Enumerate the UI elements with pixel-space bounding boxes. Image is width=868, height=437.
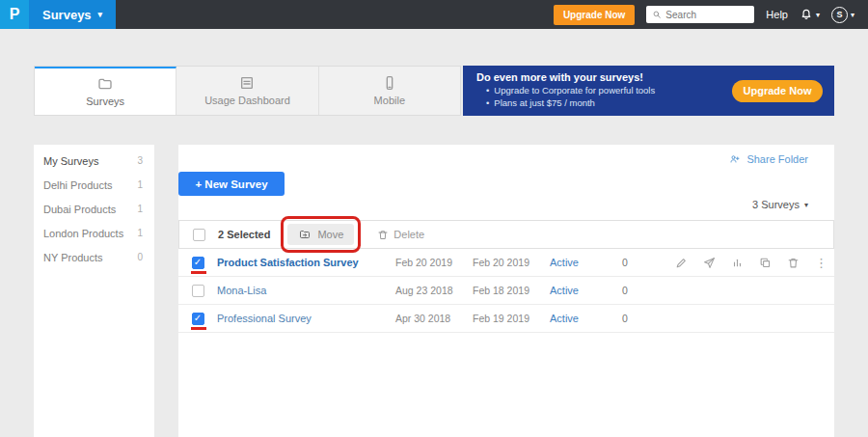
copy-button[interactable] xyxy=(759,257,772,269)
edit-button[interactable] xyxy=(675,257,688,269)
survey-title-link[interactable]: Product Satisfaction Survey xyxy=(217,257,395,268)
promo-bullet-text: Plans at just $75 / month xyxy=(494,97,595,110)
survey-created-date: Apr 30 2018 xyxy=(395,313,473,324)
survey-created-date: Aug 23 2018 xyxy=(395,285,473,296)
paper-plane-icon xyxy=(703,257,716,269)
bulk-actions-toolbar: ✓ 2 Selected Move Delete xyxy=(178,220,834,249)
search-input[interactable] xyxy=(665,10,743,20)
section-tabs: Surveys Usage Dashboard Mobile xyxy=(34,66,461,116)
sidebar-item-label: My Surveys xyxy=(43,155,98,167)
sidebar-item-label: NY Products xyxy=(43,252,103,263)
folders-sidebar: My Surveys 3 Delhi Products 1 Dubai Prod… xyxy=(34,145,154,437)
survey-title-link[interactable]: Mona-Lisa xyxy=(217,285,395,296)
table-row[interactable]: ✓ Professional Survey Apr 30 2018 Feb 19… xyxy=(178,305,834,333)
bullet-icon: • xyxy=(486,97,489,110)
upgrade-now-button[interactable]: Upgrade Now xyxy=(554,5,635,25)
survey-created-date: Feb 20 2019 xyxy=(395,257,473,268)
tab-surveys[interactable]: Surveys xyxy=(35,67,176,115)
trash-icon xyxy=(377,229,389,241)
annotation-underline xyxy=(191,271,206,274)
account-menu[interactable]: S ▾ xyxy=(831,7,854,23)
dashboard-icon xyxy=(238,75,256,91)
delete-button[interactable]: Delete xyxy=(377,229,424,241)
promo-bullet: • Upgrade to Corporate for powerful tool… xyxy=(476,85,732,97)
send-button[interactable] xyxy=(703,257,716,269)
promo-bullet: • Plans at just $75 / month xyxy=(476,97,732,110)
tab-label: Mobile xyxy=(374,95,405,106)
row-checkbox[interactable]: ✓ xyxy=(192,257,204,269)
status-badge: Active xyxy=(550,285,622,296)
move-button[interactable]: Move xyxy=(287,224,354,245)
survey-title-link[interactable]: Professional Survey xyxy=(217,313,395,324)
survey-modified-date: Feb 18 2019 xyxy=(473,285,550,296)
help-link[interactable]: Help xyxy=(766,9,788,20)
sidebar-item-ny-products[interactable]: NY Products 0 xyxy=(34,245,154,269)
more-options-button[interactable]: ⋮ xyxy=(815,257,827,269)
app-menu-surveys[interactable]: Surveys ▾ xyxy=(29,0,116,29)
sidebar-item-label: Dubai Products xyxy=(43,204,116,215)
row-checkbox-cell: ✓ xyxy=(178,249,217,276)
notifications-button[interactable]: ▾ xyxy=(800,8,820,21)
topbar-right: Upgrade Now Help ▾ S ▾ xyxy=(554,5,868,25)
select-all-checkbox[interactable]: ✓ xyxy=(193,229,205,241)
stats-button[interactable] xyxy=(731,257,744,269)
row-checkbox[interactable]: ✓ xyxy=(192,313,204,325)
chevron-down-icon: ▾ xyxy=(851,11,854,19)
annotation-underline xyxy=(191,327,206,330)
sidebar-item-delhi-products[interactable]: Delhi Products 1 xyxy=(34,173,154,197)
app-screen: P Surveys ▾ Upgrade Now Help ▾ S ▾ xyxy=(0,0,868,437)
row-checkbox[interactable]: ✓ xyxy=(192,285,204,297)
sidebar-item-label: Delhi Products xyxy=(43,179,113,191)
row-checkbox-cell: ✓ xyxy=(178,305,217,332)
responses-count: 0 xyxy=(622,257,675,268)
tab-usage-dashboard[interactable]: Usage Dashboard xyxy=(176,67,318,115)
sidebar-item-london-products[interactable]: London Products 1 xyxy=(34,221,154,245)
survey-count-label: 3 Surveys xyxy=(752,199,800,210)
tab-mobile[interactable]: Mobile xyxy=(319,67,460,115)
delete-row-button[interactable] xyxy=(787,257,800,269)
copy-icon xyxy=(759,257,772,269)
chevron-down-icon: ▾ xyxy=(98,10,103,19)
delete-button-label: Delete xyxy=(393,229,424,240)
move-button-label: Move xyxy=(317,229,343,240)
search-icon xyxy=(652,10,662,19)
check-icon: ✓ xyxy=(194,314,202,323)
table-row[interactable]: ✓ Product Satisfaction Survey Feb 20 201… xyxy=(178,249,834,277)
selected-count-label: 2 Selected xyxy=(218,229,270,240)
new-survey-button[interactable]: + New Survey xyxy=(178,172,285,196)
promo-bullet-text: Upgrade to Corporate for powerful tools xyxy=(494,85,655,97)
row-checkbox-cell: ✓ xyxy=(178,277,217,304)
search-box[interactable] xyxy=(646,6,754,23)
sidebar-item-label: London Products xyxy=(43,228,123,239)
chevron-down-icon: ▾ xyxy=(816,11,820,19)
brand-logo: P xyxy=(0,0,29,29)
sidebar-item-count: 1 xyxy=(137,204,143,214)
responses-count: 0 xyxy=(622,313,675,324)
sidebar-item-count: 1 xyxy=(137,179,143,190)
survey-table: ✓ Product Satisfaction Survey Feb 20 201… xyxy=(178,249,834,333)
promo-banner: Do even more with your surveys! • Upgrad… xyxy=(463,66,834,116)
responses-count: 0 xyxy=(622,285,675,296)
promo-title: Do even more with your surveys! xyxy=(476,71,732,83)
sidebar-item-count: 0 xyxy=(137,252,143,262)
sidebar-item-count: 3 xyxy=(137,155,143,166)
sidebar-item-dubai-products[interactable]: Dubai Products 1 xyxy=(34,197,154,221)
sidebar-item-my-surveys[interactable]: My Surveys 3 xyxy=(34,149,154,173)
share-folder-link[interactable]: Share Folder xyxy=(728,153,808,165)
status-badge: Active xyxy=(550,313,622,324)
bullet-icon: • xyxy=(486,85,489,97)
survey-modified-date: Feb 19 2019 xyxy=(473,313,550,324)
avatar: S xyxy=(831,7,848,23)
banner-upgrade-button[interactable]: Upgrade Now xyxy=(732,80,823,102)
status-badge: Active xyxy=(550,257,622,268)
survey-count-dropdown[interactable]: 3 Surveys ▾ xyxy=(752,199,808,210)
tab-label: Surveys xyxy=(86,96,124,107)
pencil-icon xyxy=(675,257,688,269)
table-row[interactable]: ✓ Mona-Lisa Aug 23 2018 Feb 18 2019 Acti… xyxy=(178,277,834,305)
move-folder-icon xyxy=(298,229,312,240)
tab-label: Usage Dashboard xyxy=(204,95,290,106)
bell-icon xyxy=(800,8,813,21)
select-all-cell: ✓ xyxy=(179,229,218,241)
row-actions: ⋮ xyxy=(675,257,849,269)
check-icon: ✓ xyxy=(194,258,202,267)
